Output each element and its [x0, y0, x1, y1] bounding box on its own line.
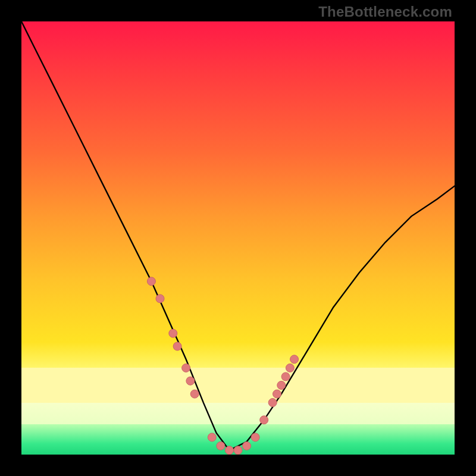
bottleneck-curve-path — [21, 21, 455, 450]
curve-marker — [190, 390, 199, 398]
curve-marker — [260, 416, 268, 424]
curve-marker — [147, 277, 155, 286]
curve-marker — [277, 381, 286, 390]
curve-marker — [156, 295, 164, 303]
curve-marker — [290, 355, 299, 364]
curve-marker — [286, 364, 294, 372]
plot-area — [21, 21, 455, 455]
chart-frame: TheBottleneck.com — [0, 0, 476, 476]
curve-marker — [268, 399, 277, 407]
curve-marker — [208, 433, 216, 441]
curve-marker — [182, 364, 190, 372]
bottleneck-curve-svg — [21, 21, 455, 455]
curve-marker — [273, 390, 281, 398]
curve-marker — [173, 342, 181, 350]
curve-marker — [225, 446, 233, 455]
curve-marker — [169, 329, 177, 337]
curve-marker — [251, 433, 259, 441]
watermark-text: TheBottleneck.com — [318, 4, 452, 20]
curve-marker — [281, 372, 290, 381]
curve-marker — [217, 441, 225, 450]
curve-marker — [243, 441, 251, 450]
curve-marker — [234, 446, 242, 455]
marker-group — [147, 277, 298, 455]
curve-marker — [186, 377, 195, 385]
